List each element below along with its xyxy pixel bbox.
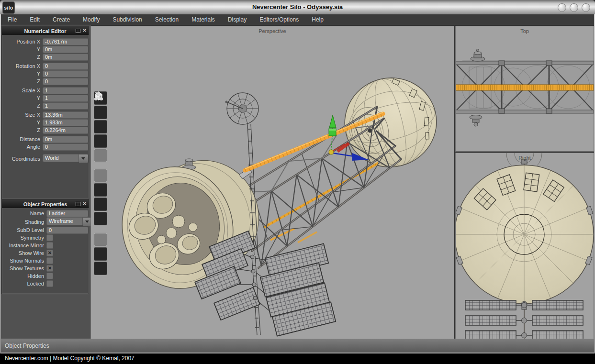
field-label: Z xyxy=(2,78,40,84)
field-label: Y xyxy=(2,71,40,77)
field-label: SubD Level xyxy=(2,227,44,233)
right-view-solar-rows xyxy=(465,300,583,339)
field-label: Rotation X xyxy=(2,63,40,69)
size-z-field[interactable]: 0.2264m xyxy=(43,127,89,134)
workspace: Numerical Editor Position X-0.7617m Y0m … xyxy=(0,25,595,339)
viewport-label-top: Top xyxy=(456,28,594,34)
menu-help[interactable]: Help xyxy=(312,16,324,23)
show-wire-checkbox[interactable] xyxy=(46,250,53,256)
menu-edit[interactable]: Edit xyxy=(30,16,40,23)
field-label: Symmetry xyxy=(2,235,44,241)
size-y-field[interactable]: 1.983m xyxy=(43,119,89,126)
face-mode-button[interactable] xyxy=(94,120,107,133)
rotation-z-field[interactable]: 0 xyxy=(43,78,89,85)
position-x-field[interactable]: -0.7617m xyxy=(43,38,89,45)
window-minimize-button[interactable] xyxy=(558,3,566,12)
footer-bar: Nevercenter.com | Model Copyright © Kema… xyxy=(0,353,595,364)
top-view-model xyxy=(456,26,594,151)
object-name-field[interactable]: Ladder xyxy=(46,210,89,217)
rotate-tool-button[interactable] xyxy=(94,183,107,197)
soft-select-icon xyxy=(94,91,103,101)
panel-close-icon[interactable] xyxy=(83,201,87,206)
soft-select-button[interactable] xyxy=(94,262,107,275)
menu-materials[interactable]: Materials xyxy=(191,16,215,23)
field-label: Hidden xyxy=(2,273,44,279)
field-label: Name xyxy=(2,210,44,216)
panel-close-icon[interactable] xyxy=(83,28,87,33)
perspective-viewport[interactable]: Perspective xyxy=(91,26,454,339)
size-x-field[interactable]: 13.36m xyxy=(43,111,89,119)
field-label: Instance Mirror xyxy=(2,243,44,248)
field-label: Shading xyxy=(2,219,44,225)
panel-maximize-icon[interactable] xyxy=(76,29,80,33)
move-tool-button[interactable] xyxy=(94,169,107,182)
hidden-checkbox[interactable] xyxy=(46,273,53,279)
window-title: Nevercenter Silo - Odyssey.sia xyxy=(0,0,595,14)
menu-selection[interactable]: Selection xyxy=(155,16,179,23)
field-label: Locked xyxy=(2,281,44,287)
rotation-x-field[interactable]: 0 xyxy=(43,63,89,70)
menu-create[interactable]: Create xyxy=(53,16,70,23)
field-label: Position X xyxy=(2,39,40,44)
status-text: Object Properties xyxy=(5,339,49,353)
left-panel-column: Numerical Editor Position X-0.7617m Y0m … xyxy=(0,25,91,339)
menu-display[interactable]: Display xyxy=(228,16,247,23)
lasso-select-button[interactable] xyxy=(94,233,107,246)
position-z-field[interactable]: 0m xyxy=(43,54,89,61)
viewport-label-perspective: Perspective xyxy=(91,28,454,34)
solar-array xyxy=(195,231,336,336)
dropdown-button[interactable] xyxy=(79,154,89,163)
field-label: Show Wire xyxy=(2,250,44,256)
scale-x-field[interactable]: 1 xyxy=(43,87,89,94)
object-properties-title-bar[interactable]: Object Properties xyxy=(2,200,89,208)
show-textures-checkbox[interactable] xyxy=(46,265,53,272)
truss-structure xyxy=(235,107,401,268)
field-label: Y xyxy=(2,46,40,52)
coordinates-dropdown[interactable]: World xyxy=(43,154,89,163)
rotation-y-field[interactable]: 0 xyxy=(43,70,89,77)
status-bar: Object Properties xyxy=(0,339,595,353)
field-label: Distance xyxy=(2,136,40,142)
menu-subdivision[interactable]: Subdivision xyxy=(112,16,142,23)
subd-level-field[interactable]: 0 xyxy=(46,227,89,234)
show-normals-checkbox[interactable] xyxy=(46,257,53,264)
app-window: silo Nevercenter Silo - Odyssey.sia File… xyxy=(0,0,595,364)
numerical-editor-panel: Numerical Editor Position X-0.7617m Y0m … xyxy=(1,26,89,199)
object-mode-button[interactable] xyxy=(94,134,107,148)
title-bar[interactable]: silo Nevercenter Silo - Odyssey.sia xyxy=(0,0,595,14)
menu-editors-options[interactable]: Editors/Options xyxy=(259,16,299,23)
field-label: Coordinates xyxy=(2,156,40,162)
distance-field[interactable]: 0m xyxy=(43,136,89,143)
panel-maximize-icon[interactable] xyxy=(76,202,80,206)
universal-tool-button[interactable] xyxy=(94,212,107,225)
menu-modify[interactable]: Modify xyxy=(83,16,100,23)
top-viewport[interactable]: Top xyxy=(456,26,594,151)
shading-value: Wireframe xyxy=(46,217,83,225)
symmetry-checkbox[interactable] xyxy=(46,234,53,241)
object-properties-panel: Object Properties NameLadder Shading Wir… xyxy=(1,199,89,294)
field-label: Z xyxy=(2,54,40,60)
tool-column xyxy=(94,91,107,276)
angle-field[interactable]: 0 xyxy=(43,143,89,151)
right-viewport[interactable]: Right xyxy=(456,153,594,339)
scale-y-field[interactable]: 1 xyxy=(43,95,89,102)
field-label: Show Normals xyxy=(2,258,44,264)
locked-checkbox[interactable] xyxy=(46,280,53,287)
window-maximize-button[interactable] xyxy=(570,3,578,12)
field-label: Y xyxy=(2,120,40,125)
edge-mode-button[interactable] xyxy=(94,106,107,119)
right-view-model xyxy=(456,153,594,339)
multi-mode-button[interactable] xyxy=(94,149,107,162)
spacecraft-3d-model xyxy=(91,26,454,339)
scale-tool-button[interactable] xyxy=(94,198,107,211)
instance-mirror-checkbox[interactable] xyxy=(46,242,53,249)
menu-file[interactable]: File xyxy=(8,16,17,23)
field-label: Y xyxy=(2,95,40,101)
shading-dropdown[interactable]: Wireframe xyxy=(46,217,92,226)
window-left-edge xyxy=(0,14,1,353)
numerical-editor-title-bar[interactable]: Numerical Editor xyxy=(2,27,89,35)
scale-z-field[interactable]: 1 xyxy=(43,102,89,110)
window-close-button[interactable] xyxy=(582,3,590,12)
position-y-field[interactable]: 0m xyxy=(43,46,89,53)
rect-select-button[interactable] xyxy=(94,247,107,261)
